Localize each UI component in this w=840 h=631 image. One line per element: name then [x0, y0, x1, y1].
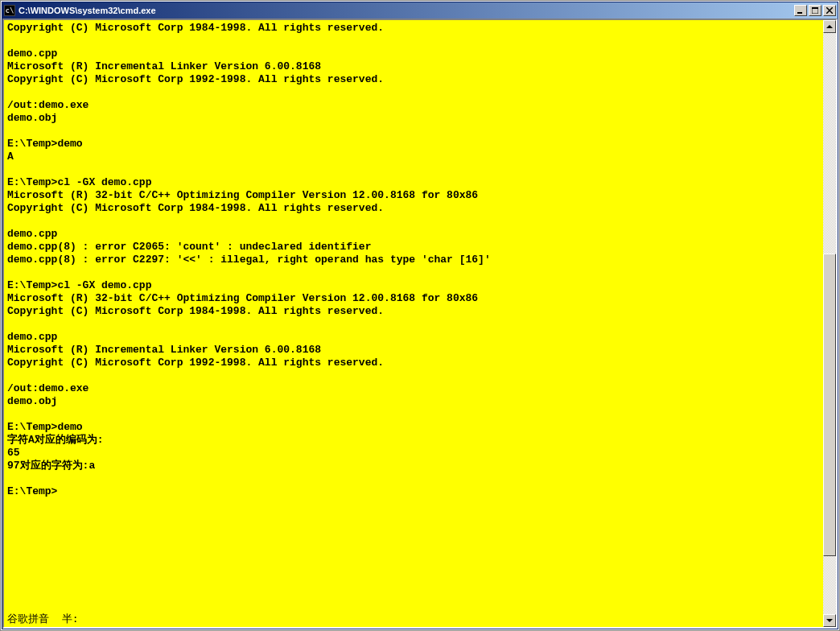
console-line: /out:demo.exe [7, 99, 820, 112]
console-line [7, 472, 820, 485]
console-line: Microsoft (R) 32-bit C/C++ Optimizing Co… [7, 292, 820, 305]
console-line: demo.cpp [7, 331, 820, 344]
console-line [7, 163, 820, 176]
maximize-button[interactable] [809, 5, 821, 16]
console-line: E:\Temp> [7, 485, 820, 498]
console-line [7, 266, 820, 279]
ime-status: 谷歌拼音 半: [7, 612, 78, 625]
console-line: E:\Temp>cl -GX demo.cpp [7, 176, 820, 189]
console-line: /out:demo.exe [7, 382, 820, 395]
cmd-icon[interactable]: c\ [4, 5, 15, 16]
svg-rect-0 [797, 12, 802, 14]
console-line: E:\Temp>demo [7, 421, 820, 434]
console-line: demo.obj [7, 112, 820, 125]
console-output[interactable]: Copyright (C) Microsoft Corp 1984-1998. … [4, 20, 823, 627]
console-line: Microsoft (R) 32-bit C/C++ Optimizing Co… [7, 189, 820, 202]
console-line: demo.obj [7, 395, 820, 408]
svg-marker-6 [826, 619, 833, 622]
scrollbar-thumb[interactable] [823, 254, 836, 555]
scroll-up-button[interactable] [823, 20, 836, 33]
console-line: Copyright (C) Microsoft Corp 1992-1998. … [7, 357, 820, 369]
console-line: Copyright (C) Microsoft Corp 1984-1998. … [7, 202, 820, 215]
vertical-scrollbar[interactable] [823, 20, 836, 627]
console-line [7, 318, 820, 331]
console-line: demo.cpp(8) : error C2065: 'count' : und… [7, 241, 820, 254]
console-line: Microsoft (R) Incremental Linker Version… [7, 60, 820, 73]
client-area: Copyright (C) Microsoft Corp 1984-1998. … [2, 19, 838, 629]
window-title: C:\WINDOWS\system32\cmd.exe [19, 6, 794, 15]
console-line: E:\Temp>cl -GX demo.cpp [7, 279, 820, 292]
cmd-window: c\ C:\WINDOWS\system32\cmd.exe Copyright… [2, 2, 838, 629]
console-line [7, 35, 820, 47]
console-line: E:\Temp>demo [7, 138, 820, 151]
console-line: 97对应的字符为:a [7, 460, 820, 472]
console-line: demo.cpp [7, 228, 820, 241]
svg-marker-5 [826, 25, 833, 28]
console-line [7, 369, 820, 382]
scrollbar-track[interactable] [823, 33, 836, 614]
console-line [7, 125, 820, 138]
console-line: 65 [7, 447, 820, 460]
titlebar[interactable]: c\ C:\WINDOWS\system32\cmd.exe [2, 2, 838, 19]
console-line: Copyright (C) Microsoft Corp 1984-1998. … [7, 305, 820, 318]
close-button[interactable] [823, 5, 836, 16]
console-line: demo.cpp [7, 47, 820, 60]
console-line: 字符A对应的编码为: [7, 434, 820, 447]
console-line [7, 408, 820, 421]
scroll-down-button[interactable] [823, 614, 836, 627]
console-line [7, 215, 820, 228]
console-line: A [7, 151, 820, 163]
console-line: Microsoft (R) Incremental Linker Version… [7, 344, 820, 357]
console-line: Copyright (C) Microsoft Corp 1992-1998. … [7, 73, 820, 86]
console-line [7, 86, 820, 99]
minimize-button[interactable] [794, 5, 807, 16]
svg-rect-2 [812, 7, 818, 9]
console-line: demo.cpp(8) : error C2297: '<<' : illega… [7, 254, 820, 266]
console-line: Copyright (C) Microsoft Corp 1984-1998. … [7, 22, 820, 35]
